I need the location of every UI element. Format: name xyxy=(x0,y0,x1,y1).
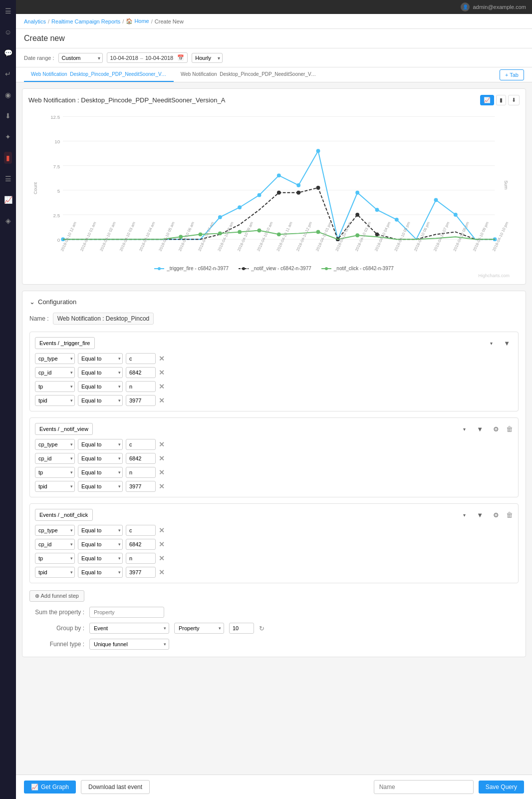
download-last-event-button[interactable]: Download last event xyxy=(81,780,150,794)
filter-delete-btn[interactable]: ✕ xyxy=(159,440,165,448)
sidebar-analytics-icon[interactable]: ▮ xyxy=(4,152,12,164)
filter-val-input[interactable] xyxy=(126,525,156,536)
sidebar-network-icon[interactable]: ✦ xyxy=(3,131,13,143)
filter-prop-select[interactable]: cp_id xyxy=(35,539,75,550)
add-tab-button[interactable]: + Tab xyxy=(500,69,524,80)
chart-download-btn[interactable]: ⬇ xyxy=(508,95,520,105)
step-3-delete-btn[interactable]: 🗑 xyxy=(506,511,513,519)
filter-cond-select[interactable]: Equal to xyxy=(78,395,123,406)
tab-1[interactable]: Web Notification Desktop_Pincode_PDP_Nee… xyxy=(174,67,323,82)
filter-val-input[interactable] xyxy=(126,381,156,392)
filter-val-input[interactable] xyxy=(126,481,156,492)
filter-val-input[interactable] xyxy=(126,439,156,450)
sidebar-chat-icon[interactable]: 💬 xyxy=(2,47,14,59)
filter-cond-select[interactable]: Equal to xyxy=(78,367,123,378)
filter-cond-select[interactable]: Equal to xyxy=(78,439,123,450)
filter-val-input[interactable] xyxy=(126,453,156,464)
filter-delete-btn[interactable]: ✕ xyxy=(159,397,165,404)
group-property-select[interactable]: Property xyxy=(174,623,224,634)
funnel-type-select[interactable]: Unique funnel Session funnel xyxy=(89,639,169,650)
filter-cond-select[interactable]: Equal to xyxy=(78,567,123,578)
group-event-select[interactable]: Event xyxy=(89,623,169,634)
filter-delete-btn[interactable]: ✕ xyxy=(159,568,165,576)
sidebar-user-icon[interactable]: ☺ xyxy=(2,26,13,38)
step-2-filter-btn[interactable]: ▼ xyxy=(474,423,486,435)
step-3-gear-btn[interactable]: ⚙ xyxy=(490,509,502,521)
step-1-filter-btn[interactable]: ▼ xyxy=(501,338,513,349)
sidebar-share-icon[interactable]: ◈ xyxy=(3,215,13,227)
sidebar-menu-icon[interactable]: ☰ xyxy=(3,5,13,17)
filter-val-input[interactable] xyxy=(126,367,156,378)
filter-val-input[interactable] xyxy=(126,467,156,478)
step-3-filter-btn[interactable]: ▼ xyxy=(474,509,486,521)
filter-delete-btn[interactable]: ✕ xyxy=(159,526,165,534)
filter-prop-wrap: cp_id xyxy=(35,367,75,378)
filter-cond-select[interactable]: Equal to xyxy=(78,453,123,464)
filter-delete-btn[interactable]: ✕ xyxy=(159,454,165,462)
filter-delete-btn[interactable]: ✕ xyxy=(159,383,165,391)
breadcrumb-sep-2: / xyxy=(122,18,124,24)
config-header[interactable]: ⌄ Configuration xyxy=(29,298,519,306)
filter-prop-select[interactable]: cp_type xyxy=(35,439,75,450)
filter-delete-btn[interactable]: ✕ xyxy=(159,540,165,548)
filter-cond-select[interactable]: Equal to xyxy=(78,381,123,392)
breadcrumb-analytics[interactable]: Analytics xyxy=(24,18,46,24)
breadcrumb-realtime[interactable]: Realtime Campaign Reports xyxy=(51,18,120,24)
filter-prop-select[interactable]: tpid xyxy=(35,395,75,406)
filter-prop-select[interactable]: tpid xyxy=(35,567,75,578)
blue-line xyxy=(63,151,495,239)
group-count-input[interactable] xyxy=(229,623,254,634)
filter-delete-btn[interactable]: ✕ xyxy=(159,355,165,363)
step-3-event-select[interactable]: Events / _notif_click xyxy=(35,509,93,521)
add-funnel-step-btn[interactable]: ⊕ Add funnel step xyxy=(29,590,84,602)
sidebar-globe-icon[interactable]: ◉ xyxy=(3,89,13,101)
calendar-icon[interactable]: 📅 xyxy=(177,54,184,61)
filter-delete-btn[interactable]: ✕ xyxy=(159,482,165,490)
filter-cond-select[interactable]: Equal to xyxy=(78,353,123,364)
filter-delete-btn[interactable]: ✕ xyxy=(159,369,165,377)
blue-dot xyxy=(218,215,222,219)
step-2-event-select[interactable]: Events / _notif_view xyxy=(35,423,93,435)
step-1-event-select[interactable]: Events / _trigger_fire xyxy=(35,337,95,349)
filter-delete-btn[interactable]: ✕ xyxy=(159,468,165,476)
filter-prop-select[interactable]: tp xyxy=(35,467,75,478)
filter-prop-select[interactable]: cp_id xyxy=(35,453,75,464)
filter-cond-wrap: Equal to xyxy=(78,381,123,392)
granularity-select[interactable]: Hourly Daily Weekly xyxy=(192,53,223,63)
save-name-input[interactable] xyxy=(374,780,474,794)
filter-val-input[interactable] xyxy=(126,395,156,406)
refresh-btn[interactable]: ↻ xyxy=(259,625,265,632)
range-type-select[interactable]: Custom Last 7 days Last 30 days xyxy=(58,53,103,63)
filter-prop-select[interactable]: cp_type xyxy=(35,525,75,536)
filter-prop-select[interactable]: tp xyxy=(35,553,75,564)
filter-prop-select[interactable]: cp_type xyxy=(35,353,75,364)
sidebar-history-icon[interactable]: ↵ xyxy=(3,68,13,80)
filter-cond-select[interactable]: Equal to xyxy=(78,525,123,536)
filter-cond-select[interactable]: Equal to xyxy=(78,481,123,492)
chart-bar-btn[interactable]: ▮ xyxy=(496,95,506,105)
save-query-button[interactable]: Save Query xyxy=(479,781,524,794)
filter-val-input[interactable] xyxy=(126,553,156,564)
breadcrumb-home[interactable]: 🏠 Home xyxy=(126,18,149,24)
legend-label-0: _trigger_fire - c6842-n-3977 xyxy=(167,266,229,271)
get-graph-button[interactable]: 📈 Get Graph xyxy=(24,781,76,794)
filter-cond-select[interactable]: Equal to xyxy=(78,539,123,550)
filter-val-input[interactable] xyxy=(126,567,156,578)
sum-property-input[interactable] xyxy=(89,607,164,618)
config-name-label: Name : xyxy=(29,315,49,322)
filter-prop-select[interactable]: tp xyxy=(35,381,75,392)
filter-val-input[interactable] xyxy=(126,539,156,550)
sidebar-chart-icon[interactable]: 📈 xyxy=(2,194,14,206)
filter-val-input[interactable] xyxy=(126,353,156,364)
sidebar-download-icon[interactable]: ⬇ xyxy=(3,110,13,122)
filter-prop-select[interactable]: tpid xyxy=(35,481,75,492)
step-2-delete-btn[interactable]: 🗑 xyxy=(506,425,513,433)
sidebar-list-icon[interactable]: ☰ xyxy=(3,173,13,185)
tab-0[interactable]: Web Notification Desktop_Pincode_PDP_Nee… xyxy=(24,67,174,82)
filter-cond-select[interactable]: Equal to xyxy=(78,467,123,478)
chart-line-btn[interactable]: 📈 xyxy=(480,95,494,105)
step-2-gear-btn[interactable]: ⚙ xyxy=(490,423,502,435)
filter-delete-btn[interactable]: ✕ xyxy=(159,554,165,562)
filter-prop-select[interactable]: cp_id xyxy=(35,367,75,378)
filter-cond-select[interactable]: Equal to xyxy=(78,553,123,564)
